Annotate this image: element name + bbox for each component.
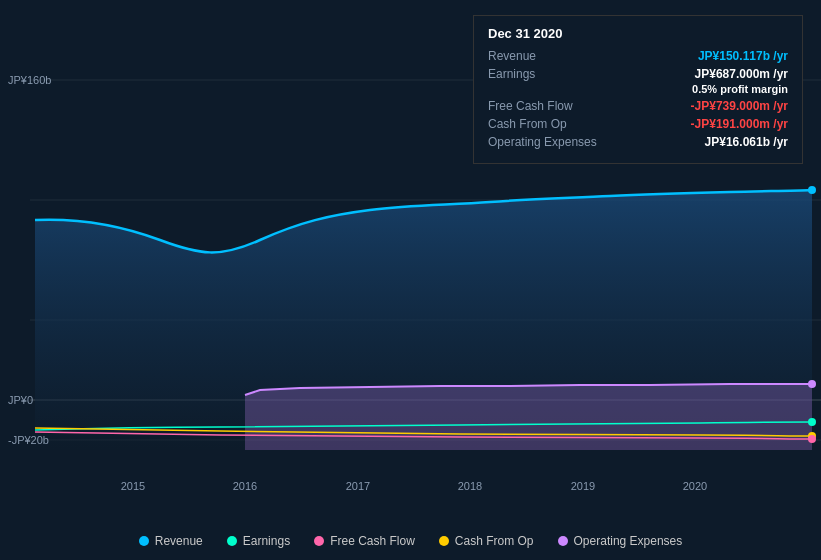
legend-dot-revenue — [139, 536, 149, 546]
tooltip-date: Dec 31 2020 — [488, 26, 788, 41]
legend-dot-opex — [558, 536, 568, 546]
tooltip-earnings-row: Earnings JP¥687.000m /yr — [488, 67, 788, 81]
tooltip-opex-label: Operating Expenses — [488, 135, 608, 149]
svg-point-11 — [808, 435, 816, 443]
svg-point-8 — [808, 380, 816, 388]
svg-text:2018: 2018 — [458, 480, 482, 492]
svg-text:2016: 2016 — [233, 480, 257, 492]
chart-legend: Revenue Earnings Free Cash Flow Cash Fro… — [0, 534, 821, 548]
legend-label-opex: Operating Expenses — [574, 534, 683, 548]
tooltip-panel: Dec 31 2020 Revenue JP¥150.117b /yr Earn… — [473, 15, 803, 164]
tooltip-fcf-row: Free Cash Flow -JP¥739.000m /yr — [488, 99, 788, 113]
legend-item-opex[interactable]: Operating Expenses — [558, 534, 683, 548]
legend-dot-cfo — [439, 536, 449, 546]
tooltip-earnings-value: JP¥687.000m /yr — [695, 67, 788, 81]
legend-label-revenue: Revenue — [155, 534, 203, 548]
tooltip-earnings-label: Earnings — [488, 67, 608, 81]
legend-item-revenue[interactable]: Revenue — [139, 534, 203, 548]
svg-text:2019: 2019 — [571, 480, 595, 492]
svg-text:2017: 2017 — [346, 480, 370, 492]
tooltip-cfo-label: Cash From Op — [488, 117, 608, 131]
legend-item-cfo[interactable]: Cash From Op — [439, 534, 534, 548]
svg-text:-JP¥20b: -JP¥20b — [8, 434, 49, 446]
legend-label-cfo: Cash From Op — [455, 534, 534, 548]
tooltip-fcf-value: -JP¥739.000m /yr — [691, 99, 788, 113]
legend-dot-earnings — [227, 536, 237, 546]
svg-text:JP¥0: JP¥0 — [8, 394, 33, 406]
legend-dot-fcf — [314, 536, 324, 546]
svg-point-9 — [808, 418, 816, 426]
tooltip-cfo-row: Cash From Op -JP¥191.000m /yr — [488, 117, 788, 131]
chart-container: JP¥160b JP¥0 -JP¥20b 2015 2016 2017 2018… — [0, 0, 821, 560]
tooltip-opex-value: JP¥16.061b /yr — [705, 135, 788, 149]
svg-text:2020: 2020 — [683, 480, 707, 492]
tooltip-opex-row: Operating Expenses JP¥16.061b /yr — [488, 135, 788, 149]
svg-point-7 — [808, 186, 816, 194]
tooltip-profit-margin: 0.5% profit margin — [692, 83, 788, 95]
legend-item-earnings[interactable]: Earnings — [227, 534, 290, 548]
svg-text:2015: 2015 — [121, 480, 145, 492]
legend-label-earnings: Earnings — [243, 534, 290, 548]
tooltip-fcf-label: Free Cash Flow — [488, 99, 608, 113]
tooltip-revenue-value: JP¥150.117b /yr — [698, 49, 788, 63]
svg-text:JP¥160b: JP¥160b — [8, 74, 51, 86]
tooltip-revenue-label: Revenue — [488, 49, 608, 63]
tooltip-profit-margin-row: 0.5% profit margin — [488, 83, 788, 95]
tooltip-cfo-value: -JP¥191.000m /yr — [691, 117, 788, 131]
tooltip-revenue-row: Revenue JP¥150.117b /yr — [488, 49, 788, 63]
legend-label-fcf: Free Cash Flow — [330, 534, 415, 548]
legend-item-fcf[interactable]: Free Cash Flow — [314, 534, 415, 548]
